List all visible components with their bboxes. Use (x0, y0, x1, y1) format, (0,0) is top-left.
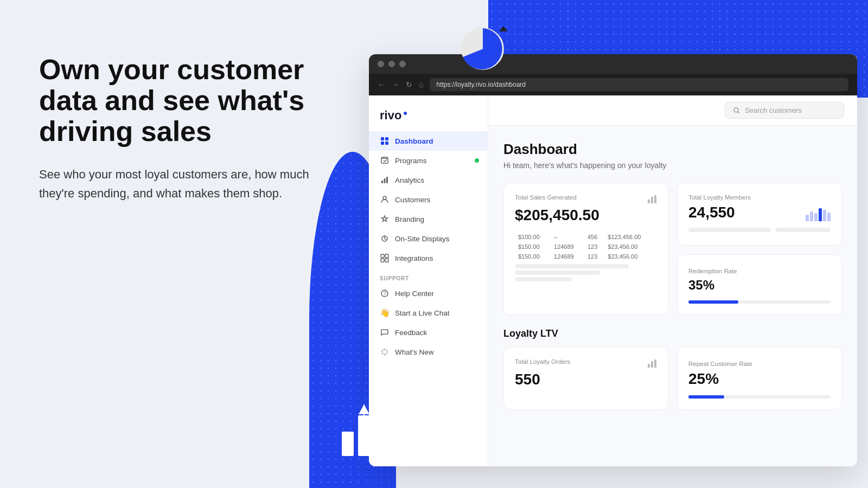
main-content: Search customers Dashboard Hi team, here… (488, 95, 857, 466)
help-center-icon: ? (380, 288, 390, 298)
svg-rect-19 (385, 259, 388, 262)
main-header: Search customers (488, 95, 857, 126)
skeleton-bar (515, 277, 572, 281)
close-dot (378, 61, 384, 67)
total-members-label: Total Loyalty Members (688, 194, 751, 201)
logo: rivo (369, 104, 488, 131)
sidebar-item-label: Customers (395, 196, 430, 204)
programs-icon (380, 156, 390, 165)
skeleton-bar (515, 271, 600, 275)
support-section-label: SUPPORT (369, 268, 488, 284)
customers-icon (380, 195, 390, 204)
sidebar-item-integrations[interactable]: Integrations (369, 248, 488, 268)
sidebar-item-dashboard[interactable]: Dashboard (369, 131, 488, 151)
logo-text: rivo (380, 108, 401, 123)
sidebar-item-analytics[interactable]: Analytics (369, 170, 488, 190)
logo-dot (404, 112, 407, 115)
total-loyalty-orders-card: Total Loyalty Orders 550 (503, 347, 668, 410)
svg-rect-28 (654, 359, 656, 368)
svg-point-14 (383, 196, 386, 200)
total-sales-card: Total Sales Generated $205,450.50 (503, 183, 668, 315)
hero-section: Own your customer data and see what's dr… (39, 54, 343, 203)
sidebar-item-label: Programs (395, 157, 427, 165)
loyalty-orders-chart-icon (647, 358, 657, 371)
forward-button[interactable]: → (392, 80, 399, 89)
sidebar-item-help-center[interactable]: ? Help Center (369, 284, 488, 303)
browser-nav-bar: ← → ↻ ⌂ https://loyalty.rivo.io/dashboar… (369, 74, 857, 95)
svg-marker-1 (499, 26, 508, 31)
svg-text:?: ? (384, 291, 387, 297)
dashboard-title: Dashboard (503, 141, 842, 158)
branding-icon (380, 214, 390, 224)
loyalty-orders-value: 550 (515, 371, 657, 388)
feedback-icon (380, 328, 390, 337)
redemption-rate-label: Redemption Rate (688, 268, 737, 274)
browser-window-controls (378, 61, 406, 67)
repeat-customer-rate-card: Repeat Customer Rate 25% (677, 347, 842, 410)
redemption-progress-bar (688, 300, 831, 304)
repeat-rate-value: 25% (688, 370, 831, 388)
svg-rect-12 (384, 178, 386, 183)
analytics-icon (380, 175, 390, 185)
loyalty-ltv-grid: Total Loyalty Orders 550 (503, 347, 842, 410)
sidebar-item-label: Integrations (395, 254, 433, 262)
svg-rect-17 (385, 254, 388, 258)
search-icon (733, 107, 741, 114)
search-bar[interactable]: Search customers (725, 102, 844, 119)
loyalty-ltv-title: Loyalty LTV (503, 328, 842, 339)
repeat-rate-fill (688, 395, 724, 399)
skeleton-bar (775, 228, 831, 232)
sidebar-item-on-site-displays[interactable]: On-Site Displays (369, 229, 488, 248)
whats-new-icon (380, 347, 390, 357)
redemption-rate-card: Redemption Rate 35% (677, 254, 842, 315)
sidebar-item-start-live-chat[interactable]: 👋 Start a Live Chat (369, 303, 488, 323)
svg-rect-25 (654, 195, 656, 203)
svg-rect-18 (381, 259, 384, 262)
svg-rect-23 (648, 200, 650, 203)
svg-rect-8 (385, 137, 388, 140)
programs-status-dot (475, 158, 479, 163)
dashboard-subtitle: Hi team, here's what's happening on your… (503, 161, 842, 170)
sidebar-item-programs[interactable]: Programs (369, 151, 488, 170)
sidebar-item-customers[interactable]: Customers (369, 190, 488, 209)
browser-chrome (369, 54, 857, 74)
hero-subtitle: See who your most loyal customers are, h… (39, 165, 343, 203)
integrations-icon (380, 253, 390, 263)
table-row: $150.00 124689 123 $23,456.00 (516, 252, 656, 261)
app-layout: rivo Dashboard (369, 95, 857, 466)
repeat-rate-label: Repeat Customer Rate (688, 361, 752, 367)
sidebar-item-label: Dashboard (395, 137, 433, 145)
address-bar[interactable]: https://loyalty.rivo.io/dashboard (430, 78, 848, 91)
loyalty-orders-label: Total Loyalty Orders (515, 358, 570, 365)
svg-rect-24 (651, 197, 653, 203)
svg-rect-3 (358, 415, 370, 456)
back-button[interactable]: ← (378, 80, 385, 89)
svg-rect-27 (651, 361, 653, 368)
refresh-button[interactable]: ↻ (406, 80, 412, 89)
total-members-value: 24,550 (688, 204, 735, 221)
total-sales-label: Total Sales Generated (515, 194, 577, 201)
svg-rect-4 (374, 423, 386, 456)
browser-window: ← → ↻ ⌂ https://loyalty.rivo.io/dashboar… (369, 54, 857, 466)
sales-chart-icon (647, 194, 657, 207)
hero-title: Own your customer data and see what's dr… (39, 54, 343, 147)
sidebar-item-label: Help Center (395, 290, 434, 298)
svg-rect-16 (381, 254, 384, 258)
redemption-progress-fill (688, 300, 738, 304)
table-row: $150.00 124689 123 $23,456.00 (516, 242, 656, 251)
search-placeholder: Search customers (745, 106, 802, 114)
minimize-dot (388, 61, 395, 67)
sidebar-item-branding[interactable]: Branding (369, 209, 488, 229)
total-sales-value: $205,450.50 (515, 207, 657, 224)
svg-point-22 (734, 108, 738, 112)
skeleton-bar (515, 264, 629, 268)
sidebar-item-whats-new[interactable]: What's New (369, 342, 488, 362)
sidebar-item-feedback[interactable]: Feedback (369, 323, 488, 342)
svg-rect-11 (381, 181, 383, 183)
on-site-displays-icon (380, 234, 390, 243)
members-mini-chart (806, 205, 831, 221)
home-button[interactable]: ⌂ (419, 80, 423, 89)
sidebar-item-label: Start a Live Chat (395, 309, 450, 317)
svg-rect-10 (385, 142, 388, 145)
dashboard-icon (380, 136, 390, 146)
